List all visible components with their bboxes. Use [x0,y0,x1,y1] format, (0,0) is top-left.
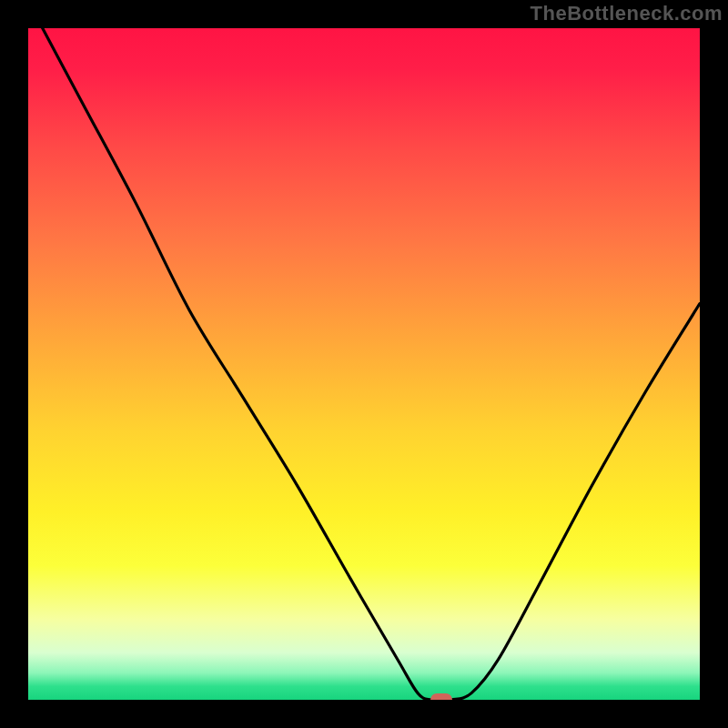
bottleneck-curve [28,28,700,700]
plot-area [28,28,700,700]
watermark-text: TheBottleneck.com [531,2,723,25]
optimal-marker [430,693,452,700]
chart-frame: TheBottleneck.com [0,0,728,728]
